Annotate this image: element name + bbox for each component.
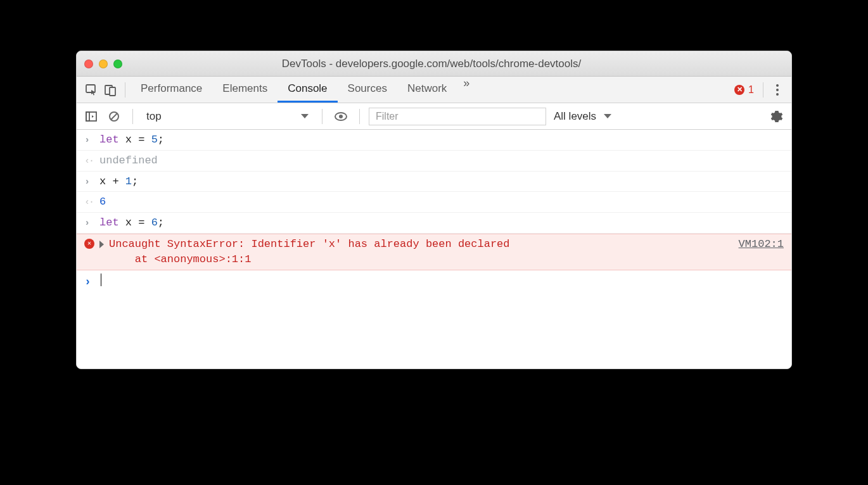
code-text: 6 [99,194,106,210]
console-error-row: Uncaught SyntaxError: Identifier 'x' has… [77,234,791,270]
separator [763,82,763,98]
main-toolbar: Performance Elements Console Sources Net… [77,77,791,103]
output-marker-icon [84,194,99,209]
svg-line-6 [111,113,117,120]
tab-console[interactable]: Console [278,77,337,103]
chevron-down-icon [301,114,309,118]
svg-rect-3 [86,112,96,121]
separator [132,109,133,124]
tab-network[interactable]: Network [397,77,457,103]
traffic-lights [84,60,122,68]
tab-label: Network [407,82,447,95]
zoom-window-button[interactable] [113,60,122,68]
error-message: Uncaught SyntaxError: Identifier 'x' has… [109,237,729,267]
clear-console-icon[interactable] [105,107,124,126]
code-text: let x = 6; [99,215,164,230]
output-marker-icon [84,153,99,168]
code-text: undefined [99,153,158,168]
separator [125,82,125,98]
separator [359,109,360,124]
error-source-link[interactable]: VM102:1 [739,237,784,252]
show-console-sidebar-icon[interactable] [82,107,101,126]
levels-label: All levels [554,110,596,123]
tab-label: Performance [141,82,202,95]
console-input-row: x + 1; [77,172,791,192]
svg-point-8 [339,115,343,118]
tab-performance[interactable]: Performance [131,77,212,103]
input-marker-icon [84,132,99,147]
console-output-row: 6 [77,192,791,213]
console-prompt-row[interactable] [77,270,791,293]
chevron-down-icon [604,114,611,118]
input-marker-icon [84,174,99,189]
separator [322,109,322,124]
console-settings-icon[interactable] [767,107,786,126]
console-toolbar: top All levels [77,103,791,130]
expand-error-icon[interactable] [99,241,104,248]
devtools-window: DevTools - developers.google.com/web/too… [76,51,792,369]
tab-label: Elements [222,82,267,95]
window-title: DevTools - developers.google.com/web/too… [122,58,741,70]
context-label: top [146,110,162,123]
svg-rect-2 [110,87,115,96]
live-expression-icon[interactable] [331,107,350,126]
titlebar: DevTools - developers.google.com/web/too… [77,51,791,77]
prompt-icon [84,273,99,290]
tab-label: Sources [348,82,387,95]
svg-rect-4 [86,112,89,121]
console-input-row: let x = 5; [77,130,791,151]
input-marker-icon [84,215,99,230]
tabs-overflow-button[interactable]: » [457,77,476,103]
log-levels-selector[interactable]: All levels [550,110,615,123]
error-icon [734,85,744,95]
filter-input[interactable] [369,108,546,125]
error-count: 1 [748,84,754,96]
console-input[interactable] [99,273,101,288]
caret [101,274,101,286]
code-text: x + 1; [99,174,138,189]
panel-tabs: Performance Elements Console Sources Net… [131,77,476,103]
error-icon [84,239,94,249]
minimize-window-button[interactable] [99,60,108,68]
tab-label: Console [288,82,327,95]
console-input-row: let x = 6; [77,213,791,234]
svg-rect-0 [86,85,95,92]
more-options-button[interactable] [769,84,786,96]
console-output-row: undefined [77,151,791,172]
execution-context-selector[interactable]: top [142,108,313,125]
close-window-button[interactable] [84,60,93,68]
console-output: let x = 5;undefinedx + 1;6let x = 6; Unc… [77,130,791,368]
error-count-badge[interactable]: 1 [731,84,758,96]
tab-elements[interactable]: Elements [212,77,278,103]
tab-sources[interactable]: Sources [338,77,397,103]
inspect-icon[interactable] [82,80,101,99]
device-toolbar-icon[interactable] [101,80,120,99]
code-text: let x = 5; [99,132,164,148]
